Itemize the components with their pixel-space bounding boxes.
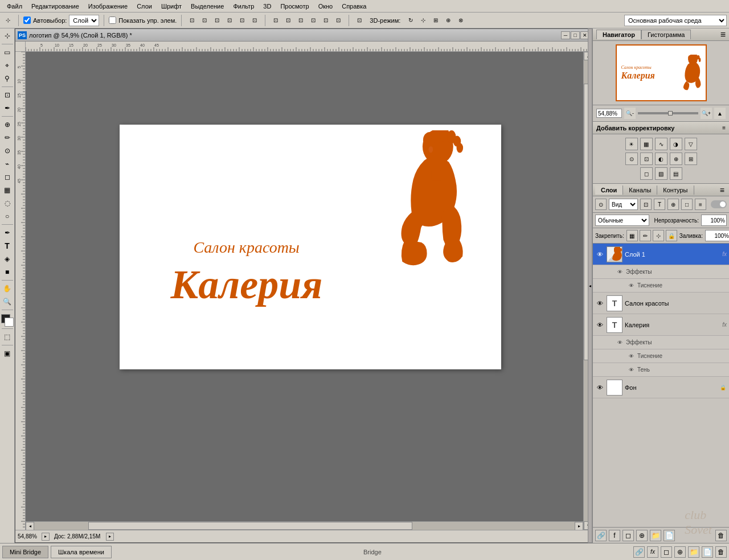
autoselect-type[interactable]: Слой [69, 15, 99, 26]
layers-panel-options-btn[interactable]: ≡ [720, 186, 724, 195]
adj-vibrance-icon[interactable]: ▽ [685, 138, 697, 150]
layer-kaleria-emboss-eye-icon[interactable]: 👁 [627, 352, 635, 360]
adj-colorbalance-icon[interactable]: ⊡ [640, 153, 653, 165]
adj-channelmix-icon[interactable]: ⊞ [685, 153, 697, 165]
adj-posterize-icon[interactable]: ▧ [655, 167, 667, 180]
layer-kaleria-shadow-eye-icon[interactable]: 👁 [627, 366, 635, 374]
layer-filter-shape-icon[interactable]: □ [681, 199, 693, 210]
scroll-left-btn[interactable]: ◂ [26, 522, 34, 530]
3d-drag-icon[interactable]: ⊗ [455, 15, 466, 26]
menu-type[interactable]: Шрифт [157, 2, 186, 11]
layer-kaleria-emboss-sub[interactable]: 👁 Тиснение [593, 349, 729, 363]
bottom-group-icon[interactable]: 📁 [688, 546, 699, 558]
layer-1-eye-icon[interactable]: 👁 [595, 250, 604, 259]
scroll-h-thumb[interactable] [88, 522, 412, 530]
navigator-options-btn[interactable]: ≡ [720, 30, 726, 40]
layer-1-effects-sub[interactable]: 👁 Эффекты [593, 265, 729, 279]
fill-input[interactable] [705, 230, 729, 241]
tool-lasso[interactable]: ⌖ [1, 59, 14, 72]
3d-rotate-icon[interactable]: ↻ [405, 15, 416, 26]
dist-center-icon[interactable]: ⊡ [282, 15, 294, 26]
tool-spot-heal[interactable]: ⊕ [1, 118, 14, 131]
align-middle-icon[interactable]: ⊡ [236, 15, 248, 26]
layer-kaleria-effects-eye-icon[interactable]: 👁 [616, 339, 624, 347]
tool-history-brush[interactable]: ⌁ [1, 158, 14, 170]
layer-filter-pixel-icon[interactable]: ⊡ [640, 199, 652, 210]
align-top-icon[interactable]: ⊡ [224, 15, 235, 26]
layer-filter-text-icon[interactable]: ⊕ [667, 199, 679, 210]
3d-roll-icon[interactable]: ⊕ [443, 15, 454, 26]
menu-edit[interactable]: Редактирование [27, 2, 84, 11]
layer-filter-adj-icon[interactable]: T [654, 199, 665, 210]
tab-navigator[interactable]: Навигатор [596, 30, 641, 39]
layer-1-emboss-sub[interactable]: 👁 Тиснение [593, 279, 729, 293]
status-arrow2-btn[interactable]: ▸ [106, 533, 114, 541]
tab-channels[interactable]: Каналы [623, 186, 657, 195]
zoom-slider[interactable] [638, 112, 698, 114]
tool-eyedropper[interactable]: ✒ [1, 102, 14, 114]
workspace-select[interactable]: Основная рабочая среда [624, 15, 727, 26]
tool-text[interactable]: T [1, 240, 14, 252]
lock-all-icon[interactable]: 🔒 [666, 230, 677, 241]
layer-filter-type-icon[interactable]: ⊙ [595, 199, 607, 210]
horizontal-scrollbar[interactable]: ◂ ▸ [26, 521, 583, 530]
zoom-input[interactable] [596, 109, 622, 118]
status-arrow-btn[interactable]: ▸ [42, 533, 50, 541]
layer-kaleria-effects-sub[interactable]: 👁 Эффекты [593, 336, 729, 349]
dist-top-icon[interactable]: ⊡ [308, 15, 319, 26]
tab-paths[interactable]: Контуры [657, 186, 694, 195]
scroll-h-track[interactable] [34, 522, 575, 530]
adj-curves-icon[interactable]: ∿ [655, 138, 667, 150]
lock-transparent-icon[interactable]: ▦ [626, 230, 638, 241]
zoom-up-icon[interactable]: ▲ [714, 108, 726, 119]
mini-bridge-tab[interactable]: Mini Bridge [2, 546, 48, 558]
window-minimize-btn[interactable]: ─ [561, 31, 570, 39]
layer-filter-smart-icon[interactable]: ≡ [695, 199, 706, 210]
window-maximize-btn[interactable]: □ [571, 31, 580, 39]
tool-zoom[interactable]: 🔍 [1, 295, 14, 308]
bottom-mask-icon[interactable]: ◻ [661, 546, 672, 558]
menu-filter[interactable]: Фильтр [228, 2, 259, 11]
adj-exposure-icon[interactable]: ◑ [670, 138, 682, 150]
tool-eraser[interactable]: ◻ [1, 171, 14, 183]
link-layers-btn[interactable]: 🔗 [595, 530, 607, 541]
autoselect-checkbox[interactable] [23, 17, 31, 24]
zoom-thumb[interactable] [668, 111, 673, 116]
layer-item-bg[interactable]: 👁 Фон 🔒 [593, 377, 729, 398]
menu-file[interactable]: Файл [2, 2, 27, 11]
layer-1-emboss-eye-icon[interactable]: 👁 [627, 282, 635, 290]
dist-bottom-icon[interactable]: ⊡ [333, 15, 344, 26]
lock-pixels-icon[interactable]: ✏ [640, 230, 651, 241]
menu-layers[interactable]: Слои [132, 2, 157, 11]
tool-brush[interactable]: ✏ [1, 131, 14, 144]
dist-right-icon[interactable]: ⊡ [295, 15, 306, 26]
fg-bg-colors[interactable] [1, 314, 14, 327]
layer-filter-select[interactable]: Вид [609, 199, 638, 210]
timeline-tab[interactable]: Шкала времени [51, 546, 112, 558]
align-right-icon[interactable]: ⊡ [211, 15, 223, 26]
background-color[interactable] [5, 318, 14, 327]
scroll-right-btn[interactable]: ▸ [575, 522, 583, 530]
menu-view[interactable]: Просмотр [276, 2, 313, 11]
layer-item-1[interactable]: 👁 Слой 1 fx [593, 244, 729, 265]
bottom-new-icon[interactable]: 📄 [702, 546, 713, 558]
layer-bg-eye-icon[interactable]: 👁 [595, 383, 604, 392]
canvas-viewport[interactable]: Салон красоты Калерия [26, 52, 583, 521]
tool-wand[interactable]: ⚲ [1, 72, 14, 85]
tool-blur[interactable]: ◌ [1, 197, 14, 209]
layer-1-effects-eye-icon[interactable]: 👁 [616, 268, 624, 276]
add-style-btn[interactable]: f [609, 530, 620, 541]
menu-3d[interactable]: 3D [259, 2, 276, 11]
dist-middle-icon[interactable]: ⊡ [320, 15, 331, 26]
panel-collapse-strip[interactable]: ◂ [588, 28, 592, 543]
adj-bw-icon[interactable]: ◐ [655, 153, 667, 165]
show-transform-checkbox[interactable] [109, 17, 116, 24]
bottom-del-icon[interactable]: 🗑 [715, 546, 727, 558]
add-layer-btn[interactable]: 📄 [664, 530, 675, 541]
menu-window[interactable]: Окно [314, 2, 338, 11]
tool-clone[interactable]: ⊙ [1, 145, 14, 157]
adj-photofilter-icon[interactable]: ⊕ [670, 153, 682, 165]
dist-left-icon[interactable]: ⊡ [270, 15, 281, 26]
menu-help[interactable]: Справка [337, 2, 371, 11]
adj-invert-icon[interactable]: ◻ [640, 167, 653, 180]
